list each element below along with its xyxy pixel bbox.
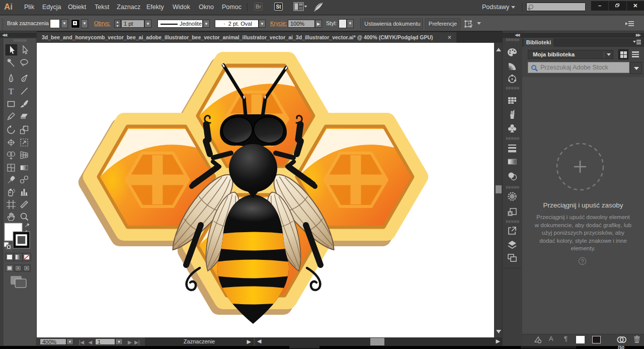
svg-text:T: T xyxy=(9,87,14,96)
